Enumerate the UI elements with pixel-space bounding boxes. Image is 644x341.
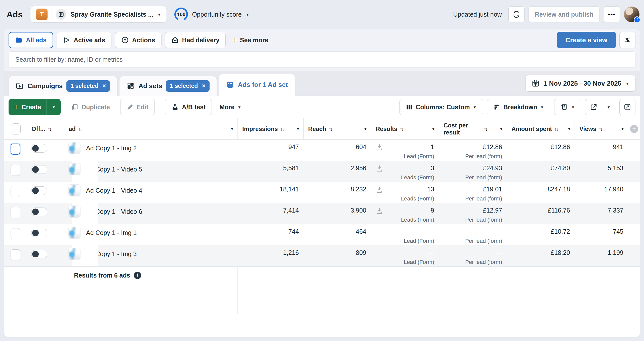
chevron-down-icon[interactable]: ▼ bbox=[499, 127, 503, 131]
ad-thumbnail[interactable] bbox=[68, 142, 80, 154]
create-view-button[interactable]: Create a view bbox=[557, 32, 616, 48]
header-cost-per-result[interactable]: Cost per result ↑↓ ▼ bbox=[439, 118, 507, 139]
edit-button[interactable]: Edit bbox=[120, 99, 155, 115]
views-cell: 1,199 bbox=[575, 245, 628, 266]
tab-adsets[interactable]: Ad sets 1 selected × bbox=[119, 76, 216, 96]
ad-name[interactable]: Ad Copy 1 - Img 2 bbox=[86, 142, 137, 152]
ad-status-toggle[interactable] bbox=[31, 229, 47, 237]
chevron-down-icon[interactable]: ▼ bbox=[230, 127, 234, 131]
export-button[interactable] bbox=[585, 99, 602, 115]
row-checkbox[interactable] bbox=[11, 207, 20, 218]
ad-thumbnail[interactable] bbox=[68, 184, 80, 196]
row-checkbox[interactable] bbox=[11, 228, 20, 239]
columns-button[interactable]: Columns: Custom ▼ bbox=[399, 99, 483, 115]
header-impressions[interactable]: Impressions ↑↓ ▼ bbox=[237, 118, 303, 139]
chevron-down-icon[interactable]: ▼ bbox=[621, 127, 624, 131]
header-views[interactable]: Views ↑↓ ▼ bbox=[575, 118, 628, 139]
ad-name[interactable]: Ad Copy 1 - Video 5 bbox=[86, 163, 142, 173]
opportunity-score[interactable]: 100 Opportunity score ▼ bbox=[174, 8, 249, 21]
create-view-label: Create a view bbox=[566, 36, 607, 44]
download-icon[interactable] bbox=[375, 143, 383, 151]
date-range-picker[interactable]: 1 Nov 2025 - 30 Nov 2025 ▼ bbox=[525, 75, 635, 92]
view-settings-button[interactable] bbox=[619, 32, 635, 48]
campaigns-selected-badge[interactable]: 1 selected × bbox=[66, 80, 110, 92]
ad-status-toggle[interactable] bbox=[31, 250, 47, 258]
breakdown-button[interactable]: Breakdown ▼ bbox=[487, 99, 550, 115]
info-icon[interactable]: i bbox=[134, 272, 141, 279]
filter-active-ads[interactable]: Active ads bbox=[57, 32, 111, 48]
download-icon[interactable] bbox=[375, 164, 383, 173]
header-amount-spent[interactable]: Amount spent ↑↓ ▼ bbox=[507, 118, 575, 139]
search-input[interactable] bbox=[9, 51, 635, 67]
impressions-cell: 5,581 bbox=[237, 161, 303, 182]
cost-per-result-value: £12.97 bbox=[483, 207, 502, 214]
avatar[interactable]: f bbox=[624, 7, 639, 22]
review-publish-button[interactable]: Review and publish bbox=[529, 6, 600, 22]
see-more-button[interactable]: + See more bbox=[229, 36, 272, 44]
ab-test-button[interactable]: A/B test bbox=[165, 99, 212, 115]
duplicate-button[interactable]: Duplicate bbox=[65, 99, 116, 115]
play-icon bbox=[63, 36, 70, 44]
charts-button[interactable] bbox=[619, 99, 635, 115]
results-cell: — Lead (Form) bbox=[371, 224, 439, 245]
reach-cell: 464 bbox=[303, 224, 371, 245]
results-label: Lead (Form) bbox=[404, 259, 434, 265]
tab-campaigns[interactable]: Campaigns 1 selected × bbox=[9, 76, 117, 96]
header-off[interactable]: Off... ↑↓ bbox=[27, 118, 64, 139]
row-checkbox[interactable] bbox=[11, 165, 20, 176]
ad-name[interactable]: Ad Copy 1 - Video 6 bbox=[86, 206, 142, 215]
cost-per-result-label: Per lead (form) bbox=[465, 196, 502, 201]
close-icon[interactable]: × bbox=[102, 83, 106, 89]
row-checkbox[interactable] bbox=[11, 249, 20, 260]
close-icon[interactable]: × bbox=[202, 83, 206, 89]
filter-had-delivery[interactable]: Had delivery bbox=[165, 32, 226, 48]
ad-thumbnail[interactable] bbox=[68, 206, 80, 218]
create-button[interactable]: + Create ▼ bbox=[9, 99, 61, 115]
reports-button[interactable]: ▼ bbox=[554, 99, 581, 115]
select-all-checkbox[interactable] bbox=[11, 123, 21, 134]
ad-thumbnail[interactable] bbox=[68, 227, 80, 239]
download-icon[interactable] bbox=[375, 186, 383, 194]
more-options-button[interactable]: ••• bbox=[604, 6, 620, 22]
add-column-button[interactable]: + bbox=[630, 125, 638, 133]
amount-spent-value: £10.72 bbox=[551, 228, 570, 235]
checkbox-cell bbox=[4, 245, 27, 266]
header-reach[interactable]: Reach ↑↓ ▼ bbox=[303, 118, 371, 139]
ad-thumbnail[interactable] bbox=[68, 163, 80, 175]
ad-name[interactable]: Ad Copy 1 - Img 1 bbox=[86, 227, 137, 236]
chevron-down-icon: ▼ bbox=[246, 13, 250, 16]
reach-value: 2,956 bbox=[350, 165, 366, 171]
chevron-down-icon[interactable]: ▼ bbox=[296, 127, 300, 131]
header-ad[interactable]: ad ↑↓ ▼ bbox=[64, 118, 237, 139]
chevron-down-icon[interactable]: ▼ bbox=[431, 127, 435, 131]
ad-status-toggle[interactable] bbox=[31, 186, 47, 195]
ad-status-toggle[interactable] bbox=[31, 165, 47, 174]
chevron-down-icon[interactable]: ▼ bbox=[364, 127, 367, 131]
ad-status-toggle[interactable] bbox=[31, 208, 47, 216]
results-cell: 9 Leads (Form) bbox=[371, 203, 439, 224]
more-button[interactable]: More ▼ bbox=[216, 104, 245, 111]
amount-spent-cell: £247.18 bbox=[507, 182, 575, 203]
row-checkbox[interactable] bbox=[11, 144, 20, 155]
chevron-down-icon[interactable]: ▼ bbox=[567, 127, 571, 131]
tab-ads[interactable]: Ads for 1 Ad set bbox=[219, 74, 295, 96]
ad-status-toggle[interactable] bbox=[31, 144, 47, 153]
table-header: Off... ↑↓ ad ↑↓ ▼ Impressions ↑↓ ▼ Reach… bbox=[4, 118, 640, 140]
account-name: Spray Granite Specialists ... bbox=[70, 11, 153, 18]
table-row: Ad Copy 1 - Img 2 947 604 1 Lead (Form) … bbox=[4, 140, 640, 161]
download-icon[interactable] bbox=[375, 207, 383, 215]
filter-all-ads[interactable]: All ads bbox=[9, 32, 53, 48]
adsets-selected-badge[interactable]: 1 selected × bbox=[166, 80, 209, 92]
header-label: ad bbox=[69, 125, 76, 132]
account-selector[interactable]: T Spray Granite Specialists ... ▼ bbox=[30, 6, 167, 23]
filter-actions[interactable]: Actions bbox=[115, 32, 162, 48]
ad-thumbnail[interactable] bbox=[68, 248, 80, 260]
plus-icon: + bbox=[14, 103, 18, 111]
create-dropdown[interactable]: ▼ bbox=[47, 99, 61, 115]
refresh-button[interactable] bbox=[508, 6, 525, 22]
header-results[interactable]: Results ↑↓ ▼ bbox=[371, 118, 439, 139]
ad-name[interactable]: Ad Copy 1 - Video 4 bbox=[86, 184, 142, 194]
export-dropdown[interactable]: ▼ bbox=[602, 99, 615, 115]
ad-name[interactable]: Ad Copy 1 - Img 3 bbox=[86, 248, 137, 258]
row-checkbox[interactable] bbox=[11, 186, 20, 197]
